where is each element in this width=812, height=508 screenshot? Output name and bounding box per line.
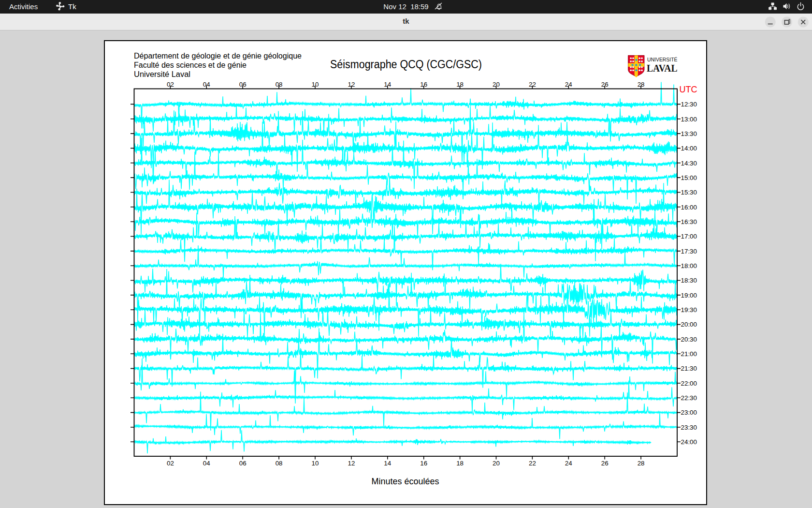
svg-text:21:30: 21:30 [681,365,697,372]
svg-text:28: 28 [638,81,645,88]
svg-text:22: 22 [529,81,536,88]
svg-text:06: 06 [239,81,246,88]
svg-text:26: 26 [601,460,609,467]
svg-text:02: 02 [167,81,174,88]
svg-text:16:00: 16:00 [681,204,697,211]
svg-text:10: 10 [312,81,319,88]
svg-text:16: 16 [420,460,427,467]
svg-text:12: 12 [348,460,355,467]
svg-text:10: 10 [312,460,319,467]
svg-text:13:00: 13:00 [681,116,697,123]
svg-text:17:00: 17:00 [681,233,697,240]
svg-text:19:30: 19:30 [681,306,697,314]
svg-text:15:30: 15:30 [681,189,697,196]
svg-text:13:30: 13:30 [681,130,697,137]
svg-text:17:30: 17:30 [681,248,697,255]
svg-text:14: 14 [384,81,391,88]
svg-text:08: 08 [276,81,283,88]
svg-text:20:00: 20:00 [681,321,697,328]
svg-text:Université Laval: Université Laval [134,70,190,78]
svg-text:19:00: 19:00 [681,292,697,299]
svg-text:18:00: 18:00 [681,262,697,269]
svg-text:06: 06 [239,460,246,467]
svg-text:04: 04 [203,81,210,88]
svg-text:21:00: 21:00 [681,350,697,358]
svg-text:02: 02 [167,460,174,467]
svg-text:14:30: 14:30 [681,160,697,167]
svg-text:UTC: UTC [680,85,697,94]
svg-text:LAVAL: LAVAL [647,62,678,74]
svg-text:20: 20 [493,81,500,88]
svg-text:18: 18 [456,460,464,467]
svg-text:22:00: 22:00 [681,380,697,387]
svg-text:Séismographe QCQ (CGC/GSC): Séismographe QCQ (CGC/GSC) [330,58,482,71]
svg-text:12: 12 [348,81,355,88]
svg-text:28: 28 [638,460,645,467]
svg-text:23:30: 23:30 [681,424,697,431]
svg-text:15:00: 15:00 [681,174,697,181]
svg-text:24: 24 [565,460,572,467]
svg-text:23:00: 23:00 [681,409,697,416]
svg-text:08: 08 [276,460,283,467]
svg-text:04: 04 [203,460,210,467]
svg-text:26: 26 [601,81,609,88]
svg-text:14:00: 14:00 [681,145,697,152]
svg-text:22:30: 22:30 [681,394,697,402]
svg-text:16: 16 [420,81,427,88]
svg-text:Département de géologie et de: Département de géologie et de génie géol… [134,52,302,60]
svg-text:24: 24 [565,81,572,88]
svg-text:22: 22 [529,460,536,467]
svg-text:12:30: 12:30 [681,101,697,108]
svg-text:14: 14 [384,460,391,467]
svg-text:18:30: 18:30 [681,277,697,284]
svg-text:16:30: 16:30 [681,218,697,225]
svg-text:Faculté des sciences et de gén: Faculté des sciences et de génie [134,61,246,69]
svg-text:20:30: 20:30 [681,336,697,343]
svg-text:Minutes écoulées: Minutes écoulées [372,476,439,486]
svg-text:20: 20 [493,460,500,467]
svg-text:24:00: 24:00 [681,438,697,446]
svg-text:18: 18 [456,81,464,88]
